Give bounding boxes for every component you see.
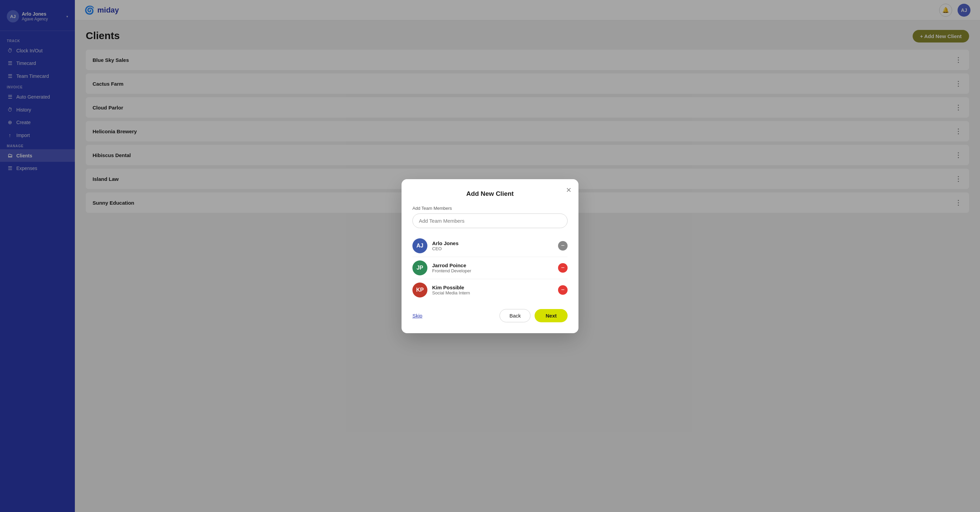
remove-member-jarrod-button[interactable]: −: [558, 263, 568, 273]
team-member-kim: KP Kim Possible Social Media Intern −: [412, 279, 568, 301]
modal-overlay: Add New Client ✕ Add Team Members AJ Arl…: [0, 0, 980, 512]
back-button[interactable]: Back: [500, 309, 530, 322]
modal-action-buttons: Back Next: [500, 309, 568, 322]
modal-close-button[interactable]: ✕: [566, 186, 572, 194]
member-role-jarrod: Frontend Developer: [432, 268, 553, 273]
modal-title: Add New Client: [412, 190, 568, 198]
member-avatar-jarrod: JP: [412, 260, 427, 275]
member-avatar-kim: KP: [412, 282, 427, 298]
team-members-list: AJ Arlo Jones CEO − JP Jarrod Poince Fro…: [412, 235, 568, 301]
team-member-jarrod: JP Jarrod Poince Frontend Developer −: [412, 257, 568, 279]
member-name-arlo: Arlo Jones: [432, 240, 553, 246]
team-member-arlo: AJ Arlo Jones CEO −: [412, 235, 568, 257]
modal-section-label: Add Team Members: [412, 206, 568, 211]
member-name-jarrod: Jarrod Poince: [432, 262, 553, 268]
member-name-kim: Kim Possible: [432, 285, 553, 290]
skip-button[interactable]: Skip: [412, 313, 422, 319]
remove-member-arlo-button[interactable]: −: [558, 241, 568, 250]
member-role-kim: Social Media Intern: [432, 290, 553, 295]
add-new-client-modal: Add New Client ✕ Add Team Members AJ Arl…: [401, 179, 579, 333]
remove-member-kim-button[interactable]: −: [558, 285, 568, 295]
modal-footer: Skip Back Next: [412, 309, 568, 322]
next-button[interactable]: Next: [535, 309, 568, 322]
member-role-arlo: CEO: [432, 246, 553, 251]
add-team-members-input[interactable]: [412, 214, 568, 228]
member-avatar-arlo: AJ: [412, 238, 427, 253]
